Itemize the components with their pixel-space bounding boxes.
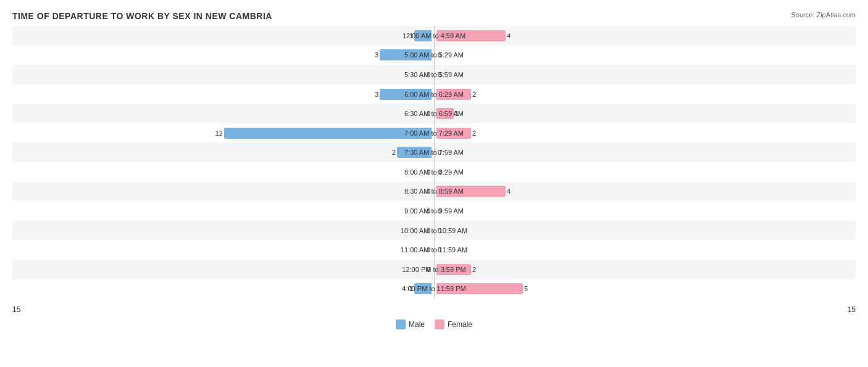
female-value-label: 4 [507,188,511,195]
female-value-label: 2 [472,130,476,137]
center-line [434,26,435,299]
row-label: 8:00 AM to 8:29 AM [404,168,464,176]
row-label: 12:00 AM to 4:59 AM [403,32,465,39]
row-label: 12:00 PM to 3:59 PM [402,266,465,273]
male-side [224,123,434,143]
legend-female-label: Female [448,320,472,329]
chart-area: 12:00 AM to 4:59 AM145:00 AM to 5:29 AM3… [12,26,856,332]
male-value-label: 3 [375,51,378,59]
row-label: 9:00 AM to 9:59 AM [404,207,464,215]
female-value-label: 2 [472,91,476,98]
row-label: 5:00 AM to 5:29 AM [404,51,464,59]
row-label: 11:00 AM to 11:59 AM [401,246,467,254]
axis-bottom: 15 15 [12,305,856,314]
legend-male: Male [396,320,425,329]
source-text: Source: ZipAtlas.com [791,11,856,19]
legend-male-label: Male [409,320,425,329]
row-label: 7:30 AM to 7:59 AM [404,149,464,156]
chart-container: TIME OF DEPARTURE TO WORK BY SEX IN NEW … [0,0,868,367]
male-value-label: 12 [215,130,223,137]
row-label: 6:30 AM to 6:59 AM [404,110,464,117]
male-value-label: 2 [392,149,396,156]
legend: Male Female [396,320,472,329]
bar-male [224,128,432,139]
axis-right-label: 15 [848,305,856,314]
row-label: 10:00 AM to 10:59 AM [401,227,467,234]
row-label: 5:30 AM to 5:59 AM [404,71,464,78]
female-value-label: 2 [472,266,476,273]
legend-female: Female [435,320,472,329]
row-label: 8:30 AM to 8:59 AM [404,188,464,195]
female-value-label: 4 [507,32,511,39]
legend-female-box [435,320,444,329]
chart-title: TIME OF DEPARTURE TO WORK BY SEX IN NEW … [12,11,856,21]
male-value-label: 3 [375,91,378,98]
row-label: 6:00 AM to 6:29 AM [404,91,464,98]
row-label: 4:00 PM to 11:59 PM [402,285,465,292]
row-label: 7:00 AM to 7:29 AM [404,130,464,137]
legend-male-box [396,320,406,329]
female-value-label: 5 [524,285,528,292]
axis-left-label: 15 [12,305,20,314]
